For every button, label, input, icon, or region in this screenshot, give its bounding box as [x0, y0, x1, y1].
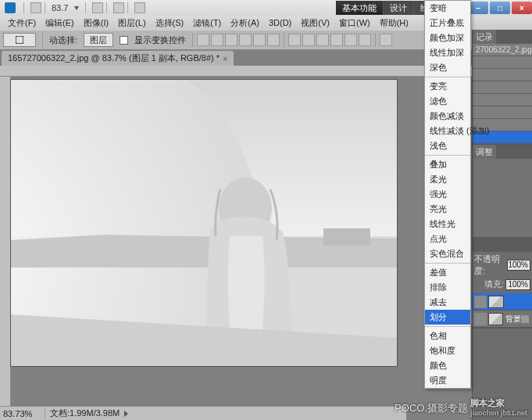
zoom-dropdown-icon[interactable]	[74, 6, 79, 10]
screen-mode-icon[interactable]	[134, 2, 145, 13]
blend-item[interactable]: 饱和度	[425, 343, 470, 358]
tool-preset-picker[interactable]	[3, 33, 36, 47]
menu-edit[interactable]: 编辑(E)	[41, 17, 79, 29]
history-step[interactable]	[473, 69, 532, 81]
menu-filter[interactable]: 滤镜(T)	[188, 17, 226, 29]
blend-item[interactable]: 排除	[425, 280, 470, 295]
status-docsize[interactable]: 文档:1.99M/3.98M	[45, 407, 120, 419]
menu-select[interactable]: 选择(S)	[151, 17, 189, 29]
close-tab-icon[interactable]: ×	[223, 54, 227, 63]
align-icon-5[interactable]	[253, 34, 266, 46]
adjustments-panel: 调整	[473, 145, 532, 238]
document-tab[interactable]: 165727006322_2.jpg @ 83.7% (图层 1 副本, RGB…	[2, 51, 234, 66]
svg-rect-3	[323, 228, 370, 246]
show-transform-label: 显示变换控件	[131, 34, 189, 46]
menu-help[interactable]: 帮助(H)	[375, 17, 413, 29]
layer-row-selected[interactable]	[473, 293, 532, 311]
opacity-label: 不透明度:	[474, 253, 505, 277]
ruler-vertical[interactable]	[0, 77, 11, 420]
layer-name[interactable]: 背景	[505, 314, 521, 325]
show-transform-checkbox[interactable]	[120, 36, 128, 45]
workspace-design[interactable]: 设计	[384, 1, 414, 15]
distribute-icon-2[interactable]	[302, 34, 315, 46]
fill-input[interactable]: 100%	[505, 279, 530, 290]
history-step[interactable]	[473, 106, 532, 119]
autoselect-label: 动选择:	[46, 34, 80, 46]
blend-item[interactable]: 线性光	[425, 217, 470, 232]
visibility-toggle-icon[interactable]	[474, 313, 487, 325]
menu-window[interactable]: 窗口(W)	[334, 17, 375, 29]
zoom-value[interactable]: 83.7	[48, 3, 71, 13]
blend-item[interactable]: 深色	[425, 60, 470, 75]
blend-item[interactable]: 变亮	[425, 79, 470, 94]
document-image	[11, 80, 397, 366]
workspace-essentials[interactable]: 基本功能	[336, 1, 384, 15]
app-icon[interactable]	[5, 2, 16, 13]
menu-3d[interactable]: 3D(D)	[264, 18, 296, 27]
menu-view[interactable]: 视图(V)	[296, 17, 334, 29]
layer-row-background[interactable]: 背景	[473, 311, 532, 328]
visibility-toggle-icon[interactable]	[474, 296, 487, 308]
panel-dock: 记录 27006322_2.jpg 调整 不透明度: 100%	[472, 30, 532, 420]
history-tab[interactable]: 记录	[473, 30, 496, 44]
distribute-icon-5[interactable]	[345, 34, 357, 46]
canvas[interactable]	[11, 80, 397, 366]
blend-item[interactable]: 线性加深	[425, 45, 470, 60]
distribute-icon-1[interactable]	[288, 34, 301, 46]
history-step[interactable]	[473, 94, 532, 106]
window-close-icon[interactable]: ×	[512, 2, 532, 14]
blend-item[interactable]: 实色混合	[425, 246, 470, 261]
blend-item[interactable]: 变暗	[425, 1, 470, 16]
layers-panel: 不透明度: 100% 填充: 100% 背景	[473, 238, 532, 328]
arrange-icon[interactable]	[113, 2, 124, 13]
view-rotate-icon[interactable]	[92, 2, 103, 13]
blend-item[interactable]: 差值	[425, 265, 470, 280]
distribute-icon-6[interactable]	[359, 34, 371, 46]
lock-icon[interactable]	[521, 315, 529, 323]
opacity-input[interactable]: 100%	[507, 260, 530, 271]
align-icon-2[interactable]	[211, 34, 223, 46]
distribute-icon-4[interactable]	[330, 34, 343, 46]
blend-item[interactable]: 线性减淡 (添加)	[425, 124, 470, 138]
layer-thumbnail[interactable]	[488, 313, 504, 325]
autoselect-combo[interactable]: 图层	[84, 33, 113, 47]
adjustments-tab[interactable]: 调整	[473, 145, 496, 159]
layer-thumbnail[interactable]	[488, 296, 504, 308]
blend-item[interactable]: 柔光	[425, 172, 470, 187]
align-icon-1[interactable]	[197, 34, 209, 46]
align-icon-4[interactable]	[239, 34, 252, 46]
blend-item[interactable]: 正片叠底	[425, 16, 470, 31]
blend-item[interactable]: 颜色减淡	[425, 109, 470, 124]
status-zoom[interactable]: 83.73%	[0, 409, 45, 418]
blend-item[interactable]: 颜色加深	[425, 31, 470, 45]
blend-item[interactable]: 颜色	[425, 358, 470, 373]
status-menu-icon[interactable]	[124, 411, 128, 417]
blend-item[interactable]: 减去	[425, 295, 470, 310]
menu-layer[interactable]: 图层(L)	[113, 17, 150, 29]
status-bar: 83.73% 文档:1.99M/3.98M	[0, 406, 406, 420]
window-maximize-icon[interactable]: □	[490, 2, 510, 14]
menu-file[interactable]: 文件(F)	[3, 17, 41, 29]
blend-mode-dropdown: 变暗 正片叠底 颜色加深 线性加深 深色 变亮 滤色 颜色减淡 线性减淡 (添加…	[424, 0, 471, 389]
menu-image[interactable]: 图像(I)	[79, 17, 113, 29]
distribute-icon-3[interactable]	[316, 34, 329, 46]
menu-analysis[interactable]: 分析(A)	[226, 17, 264, 29]
align-icon-6[interactable]	[267, 34, 280, 46]
blend-item[interactable]: 色相	[425, 328, 470, 343]
history-step[interactable]	[473, 81, 532, 94]
document-tab-title: 165727006322_2.jpg @ 83.7% (图层 1 副本, RGB…	[8, 52, 220, 64]
history-step[interactable]	[473, 56, 532, 69]
bridge-icon[interactable]	[30, 2, 41, 13]
blend-item-selected[interactable]: 划分	[425, 310, 470, 325]
align-icon-3[interactable]	[225, 34, 237, 46]
blend-item[interactable]: 滤色	[425, 94, 470, 109]
blend-item[interactable]: 明度	[425, 373, 470, 388]
watermark-logo: POCO.摄影专题	[395, 401, 468, 415]
history-source[interactable]: 27006322_2.jpg	[473, 44, 532, 56]
auto-align-icon[interactable]	[380, 34, 392, 46]
blend-item[interactable]: 亮光	[425, 202, 470, 217]
blend-item[interactable]: 点光	[425, 232, 470, 246]
blend-item[interactable]: 强光	[425, 187, 470, 202]
blend-item[interactable]: 浅色	[425, 138, 470, 153]
blend-item[interactable]: 叠加	[425, 157, 470, 172]
